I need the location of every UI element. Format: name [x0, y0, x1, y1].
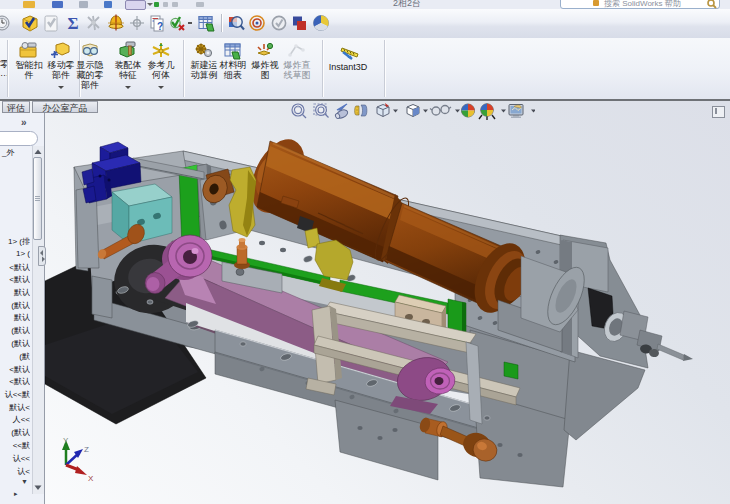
svg-text:Y: Y	[63, 436, 69, 445]
svg-text:Z: Z	[84, 445, 89, 454]
svg-text:X: X	[88, 474, 94, 483]
